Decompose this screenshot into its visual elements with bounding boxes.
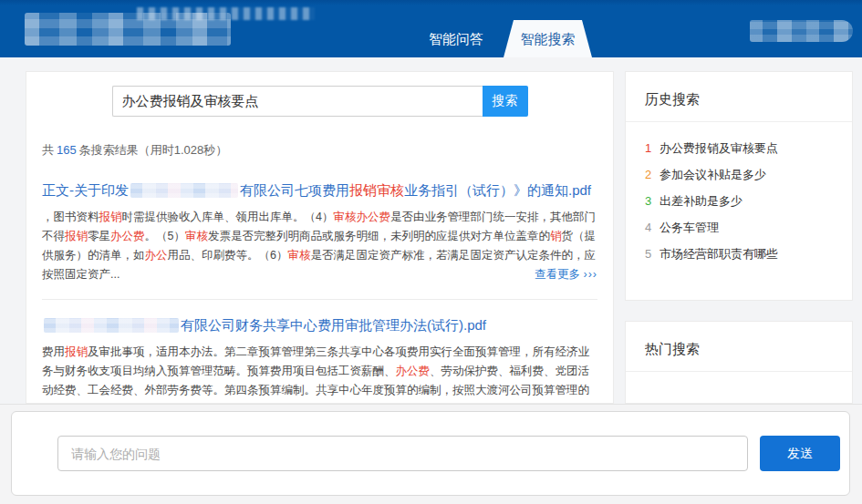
text-segment: 发票是否完整列明商品或服务明细，未列明的应提供对方单位盖章的 [208, 230, 550, 242]
highlighted-keyword: 报销 [99, 211, 122, 223]
search-result: 正文-关于印发有限公司七项费用报销审核业务指引（试行）》的通知.pdf，图书资料… [42, 180, 597, 284]
result-count-number: 165 [57, 143, 77, 157]
result-count-suffix: 条搜索结果（用时1.028秒） [79, 143, 228, 157]
text-segment: ，图书资料 [42, 211, 99, 223]
send-button[interactable]: 发送 [760, 436, 840, 471]
hot-search-title: 热门搜索 [626, 322, 852, 371]
chevrons-right-icon: ››› [584, 268, 598, 281]
history-rank-number: 1 [645, 135, 659, 161]
highlighted-keyword: 报销 [65, 230, 88, 242]
text-segment: 有限公司财务共享中心费用审批管理办法(试行).pdf [181, 317, 486, 333]
text-segment: 零星 [88, 230, 110, 242]
highlighted-keyword: 报销审核 [349, 182, 404, 198]
history-rank-number: 3 [645, 188, 659, 214]
view-more-link[interactable]: 查看更多 ››› [525, 265, 597, 284]
highlighted-keyword: 审核办公费 [333, 211, 390, 223]
history-search-panel: 历史搜索 1办公费报销及审核要点2参加会议补贴是多少3出差补助是多少4公务车管理… [625, 71, 853, 301]
redacted-user-info [750, 20, 853, 42]
redacted-text [130, 183, 238, 198]
text-segment: 时需提供验收入库单、领用出库单。（4） [122, 211, 334, 223]
result-snippet: 费用报销及审批事项，适用本办法。第二章预算管理第三条共享中心各项费用实行全面预算… [42, 343, 597, 404]
question-input[interactable] [57, 436, 748, 471]
question-bar: 发送 [0, 404, 862, 504]
history-search-title: 历史搜索 [626, 72, 852, 121]
history-search-item[interactable]: 1办公费报销及审核要点 [645, 135, 836, 161]
highlighted-keyword: 办公费 [396, 365, 431, 377]
history-rank-number: 4 [645, 214, 659, 241]
history-rank-number: 5 [645, 241, 659, 267]
text-segment: 费用 [42, 345, 65, 358]
highlighted-keyword: 报销 [65, 345, 88, 358]
highlighted-keyword: 办公费 [110, 230, 145, 242]
result-title-link[interactable]: 正文-关于印发有限公司七项费用报销审核业务指引（试行）》的通知.pdf [42, 180, 597, 201]
result-list: 正文-关于印发有限公司七项费用报销审核业务指引（试行）》的通知.pdf，图书资料… [42, 180, 597, 404]
text-segment: 有限公司七项费用 [240, 182, 349, 198]
history-item-label: 办公费报销及审核要点 [659, 135, 778, 161]
history-item-label: 市场经营部职责有哪些 [659, 241, 778, 267]
highlighted-keyword: 办公 [145, 249, 168, 262]
history-search-item[interactable]: 4公务车管理 [645, 214, 836, 241]
text-segment: 业务指引（试行）》的通知.pdf [404, 182, 591, 198]
highlighted-keyword: 销 [550, 230, 562, 242]
result-title-link[interactable]: 有限公司财务共享中心费用审批管理办法(试行).pdf [42, 315, 597, 335]
history-item-label: 出差补助是多少 [659, 188, 743, 214]
text-segment: 。（5） [145, 230, 185, 242]
text-segment: 用品、印刷费等。（6） [168, 249, 288, 262]
search-results-panel: 搜索 共165条搜索结果（用时1.028秒） 正文-关于印发有限公司七项费用报销… [26, 71, 614, 404]
result-count: 共165条搜索结果（用时1.028秒） [42, 142, 597, 159]
history-rank-number: 2 [645, 161, 659, 188]
text-segment: 正文-关于印发 [42, 182, 129, 198]
result-snippet: ，图书资料报销时需提供验收入库单、领用出库单。（4）审核办公费是否由业务管理部门… [42, 208, 597, 284]
question-panel: 发送 [11, 411, 850, 496]
top-header: 智能问答 智能搜索 [0, 0, 862, 57]
search-bar: 搜索 [42, 86, 597, 117]
search-input[interactable] [112, 86, 483, 117]
result-count-prefix: 共 [42, 143, 54, 157]
divider [626, 371, 852, 372]
redacted-logo [25, 13, 231, 46]
tab-smart-qa[interactable]: 智能问答 [415, 20, 497, 57]
history-search-item[interactable]: 2参加会议补贴是多少 [645, 161, 836, 188]
history-item-label: 公务车管理 [659, 214, 719, 241]
history-item-label: 参加会议补贴是多少 [659, 161, 766, 188]
highlighted-keyword: 审核 [185, 230, 208, 242]
content-area: 搜索 共165条搜索结果（用时1.028秒） 正文-关于印发有限公司七项费用报销… [0, 57, 862, 404]
history-search-item[interactable]: 3出差补助是多少 [645, 188, 836, 214]
app-window: 智能问答 智能搜索 搜索 共165条搜索结果（用时1.028秒） 正文-关于印发… [0, 0, 862, 504]
tab-smart-search[interactable]: 智能搜索 [504, 20, 592, 57]
hot-search-panel: 热门搜索 [625, 321, 853, 404]
highlighted-keyword: 审核 [287, 249, 310, 262]
redacted-text [44, 318, 179, 333]
history-search-list: 1办公费报销及审核要点2参加会议补贴是多少3出差补助是多少4公务车管理5市场经营… [626, 122, 852, 267]
search-result: 有限公司财务共享中心费用审批管理办法(试行).pdf费用报销及审批事项，适用本办… [42, 299, 597, 404]
history-search-item[interactable]: 5市场经营部职责有哪些 [645, 241, 836, 267]
search-button[interactable]: 搜索 [483, 86, 528, 117]
